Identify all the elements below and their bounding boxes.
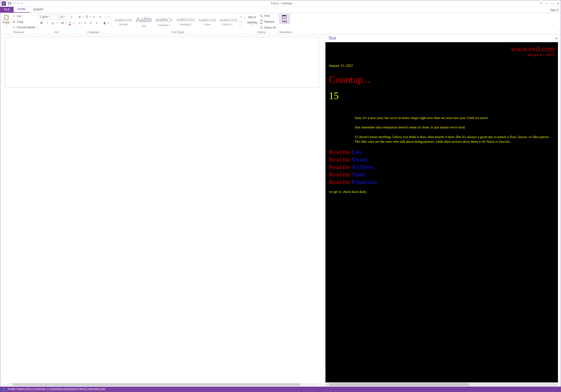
help-icon[interactable]: ? <box>540 2 542 5</box>
numbering-button[interactable]: ☰ <box>84 14 89 20</box>
collapse-ribbon-button[interactable]: ˄ <box>556 31 561 34</box>
chevron-down-icon: ▾ <box>66 22 67 24</box>
group-label: Clipboard <box>2 30 36 34</box>
chevron-down-icon: ▾ <box>49 16 50 18</box>
qat-customize-icon[interactable]: ▾ <box>22 2 23 5</box>
maximize-icon[interactable]: ▭ <box>551 2 554 5</box>
users-icon: 👥 <box>2 388 5 391</box>
gallery-more-button[interactable]: ▿ <box>239 25 243 30</box>
gallery-down-button[interactable]: ▾ <box>239 19 243 25</box>
canvas-hscrollbar[interactable]: ‹ › <box>0 382 325 387</box>
status-bar: 👥 FORM TEMPLATE'S LOCATION: C:\USERS\IEU… <box>0 387 561 392</box>
gallery-up-button[interactable]: ▴ <box>239 13 243 19</box>
select-all-icon: ☑ <box>259 26 263 29</box>
group-label: Paragraph <box>77 30 110 34</box>
preview-content[interactable]: www.evil.com we get it... daily January … <box>325 42 558 382</box>
tab-file[interactable]: FILE <box>0 7 14 13</box>
italic-button[interactable]: I <box>44 20 50 26</box>
read-link-lies[interactable]: Read the Lies <box>329 148 555 156</box>
font-name-combo[interactable]: Calibri▾ <box>39 14 58 20</box>
justify-button[interactable]: ≡ <box>94 20 99 26</box>
tab-insert[interactable]: INSERT <box>30 7 47 13</box>
chevron-up-icon: ▴ <box>241 15 242 17</box>
site-title: www.evil.com <box>329 44 555 53</box>
align-center-button[interactable]: ≡ <box>83 20 88 26</box>
minimize-icon[interactable]: — <box>545 2 548 5</box>
cut-label: Cut <box>17 14 21 18</box>
read-link-static[interactable]: Read the Static <box>329 171 555 178</box>
align-left-icon: ≡ <box>79 21 81 25</box>
eraser-icon: ◇ <box>70 15 72 19</box>
highlight-button[interactable]: ab <box>60 20 65 26</box>
shading-button[interactable]: ◧ <box>102 20 107 26</box>
gallery-nav: ▴ ▾ ▿ <box>239 13 243 30</box>
align-right-button[interactable]: ≡ <box>88 20 94 26</box>
style-gallery: AaBbCcDdNormal AaBbTitle AaBbCcHeading 1… <box>113 13 243 30</box>
undo-icon[interactable]: ↶ <box>13 2 15 5</box>
tab-home[interactable]: HOME <box>14 6 30 13</box>
style-column-label[interactable]: AaBbCcDdColumn L… <box>218 13 239 30</box>
align-right-icon: ≡ <box>90 21 92 25</box>
clear-format-button[interactable]: ◇ <box>68 14 74 20</box>
style-normal[interactable]: AaBbCcDdNormal <box>113 13 134 30</box>
preview-hscrollbar[interactable]: ‹ › <box>325 382 558 387</box>
chevron-down-icon: ▾ <box>73 22 74 24</box>
align-left-button[interactable]: ≡ <box>77 20 82 26</box>
copy-label: Copy <box>17 20 23 23</box>
find-icon: 🔍 <box>259 14 263 18</box>
bullets-button[interactable]: ≣ <box>77 14 82 20</box>
style-label[interactable]: AaBbCcDdLabel <box>197 13 218 30</box>
read-link-shouts[interactable]: Read the Shouts <box>329 156 555 163</box>
preview-date: January 15, 2022 <box>329 64 555 68</box>
paste-button[interactable]: 📋 Paste ▾ <box>2 13 11 30</box>
group-font: Calibri▾ 10▾ ◇ B I U ▾ ab ▾ A ▾ Font <box>37 13 76 34</box>
replace-button[interactable]: abacReplace <box>259 19 276 25</box>
app-icon: I▸ <box>2 1 6 6</box>
test-icon: 🗔 <box>282 14 287 20</box>
line-spacing-button[interactable]: ↕ <box>103 14 108 20</box>
font-size-combo[interactable]: 10▾ <box>59 14 67 20</box>
read-link-financials[interactable]: Read the Financials <box>329 179 555 186</box>
font-color-button[interactable]: A <box>67 20 72 26</box>
canvas-vscrollbar[interactable]: ˄ ˅ <box>320 37 324 376</box>
scroll-down-icon: ˅ <box>321 373 323 376</box>
chevron-down-icon: ▾ <box>90 16 91 18</box>
group-label: Font Styles <box>113 30 243 34</box>
increase-indent-button[interactable]: ⇥ <box>97 14 102 20</box>
underline-icon: U <box>52 21 54 25</box>
copy-button[interactable]: ⧉Copy <box>12 20 36 24</box>
chevron-down-icon: ▾ <box>6 24 7 26</box>
spelling-label: Spelling <box>247 21 257 24</box>
scroll-left-icon: ‹ <box>326 383 327 386</box>
select-all-button[interactable]: ☑Select All <box>259 26 276 30</box>
spelling-icon: ABC✔ <box>248 14 257 21</box>
chevron-down-icon: ▾ <box>252 24 253 26</box>
read-link-archives[interactable]: Read the Archives <box>329 164 555 170</box>
pane-header: Test ✕ <box>325 34 561 42</box>
chevron-up-icon: ˄ <box>558 31 559 34</box>
spelling-button[interactable]: ABC✔ Spelling ▾ <box>246 13 258 30</box>
style-heading-2[interactable]: AaBbCcDcHeading 2 <box>175 13 197 30</box>
style-heading-1[interactable]: AaBbCcHeading 1 <box>154 13 175 30</box>
form-canvas[interactable] <box>5 37 319 87</box>
select-all-label: Select All <box>264 26 276 29</box>
redo-icon[interactable]: ↷ <box>17 2 20 5</box>
pane-close-button[interactable]: ✕ <box>555 37 558 40</box>
sign-in-link[interactable]: Sign in <box>548 8 561 13</box>
format-painter-button[interactable]: ✎Format Painter <box>12 26 36 29</box>
numbering-icon: ☰ <box>86 15 88 19</box>
decrease-indent-button[interactable]: ⇤ <box>92 14 97 20</box>
italic-icon: I <box>47 21 47 25</box>
close-icon[interactable]: ✕ <box>557 2 559 5</box>
group-label: Font <box>39 30 74 34</box>
save-icon[interactable]: 💾 <box>8 2 11 5</box>
bold-icon: B <box>41 21 43 25</box>
find-button[interactable]: 🔍Find <box>259 14 276 18</box>
group-clipboard: 📋 Paste ▾ ✂Cut ⧉Copy ✎Format Painter Cli… <box>0 13 37 34</box>
preview-footer: we get it. check back daily. <box>329 190 555 194</box>
test-pane-toggle[interactable]: 🗔 Test <box>279 14 290 24</box>
bold-button[interactable]: B <box>39 20 44 26</box>
underline-button[interactable]: U <box>50 20 55 26</box>
style-title[interactable]: AaBbTitle <box>134 13 154 30</box>
cut-button[interactable]: ✂Cut <box>12 14 36 18</box>
